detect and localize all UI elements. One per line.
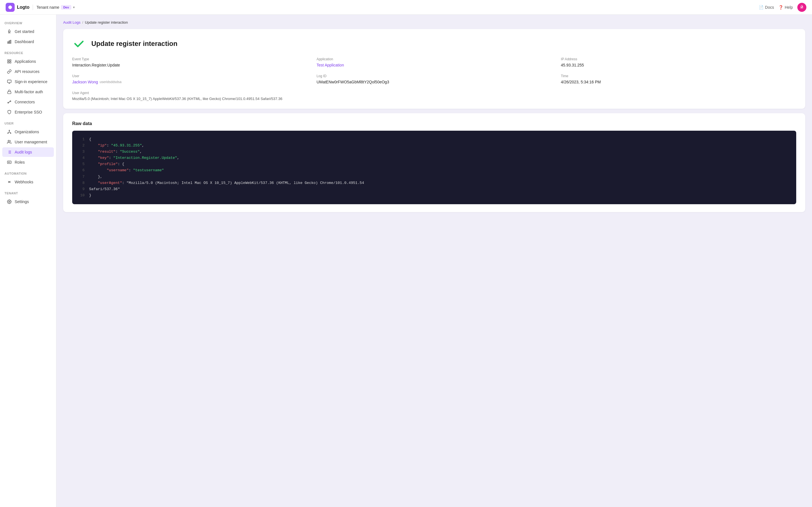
event-type-field: Event type Interaction.Register.Update — [72, 57, 308, 67]
application-value[interactable]: Test Application — [317, 63, 552, 67]
svg-point-12 — [8, 133, 8, 133]
code-line: 10} — [79, 192, 790, 199]
code-line: 9Safari/537.36" — [79, 186, 790, 192]
line-content: Safari/537.36" — [89, 186, 120, 192]
application-label: Application — [317, 57, 552, 61]
user-name[interactable]: Jackson Wong — [72, 80, 98, 84]
sidebar-item-label: Settings — [15, 200, 49, 204]
svg-line-15 — [8, 132, 9, 133]
line-number: 4 — [79, 155, 85, 161]
sidebar: OVERVIEW Get started Dashboard RESOURCE … — [0, 15, 56, 507]
line-number: 5 — [79, 161, 85, 167]
topbar-right: 📄 Docs ❓ Help Й — [759, 3, 806, 12]
sidebar-item-settings[interactable]: Settings — [2, 197, 54, 207]
sidebar-item-roles[interactable]: Roles — [2, 158, 54, 167]
user-avatar[interactable]: Й — [797, 3, 806, 12]
user-id: useridsddsdsa — [100, 80, 121, 84]
line-number: 6 — [79, 167, 85, 173]
topbar-divider — [33, 4, 33, 10]
line-content: "profile": { — [89, 161, 124, 167]
svg-rect-6 — [10, 62, 11, 63]
user-agent-field: User agent Mozilla/5.0 (Macintosh; Intel… — [72, 91, 796, 101]
help-button[interactable]: ❓ Help — [778, 5, 793, 10]
sidebar-item-user-management[interactable]: User management — [2, 137, 54, 147]
success-check-icon — [72, 37, 86, 50]
docs-button[interactable]: 📄 Docs — [759, 5, 774, 10]
sidebar-item-get-started[interactable]: Get started — [2, 27, 54, 36]
tenant-name: Tenant name — [36, 5, 59, 10]
user-value: Jackson Wong useridsddsdsa — [72, 80, 308, 84]
bar-chart-icon — [7, 39, 12, 44]
breadcrumb: Audit Logs / Update register interaction — [63, 20, 805, 24]
log-id-label: Log ID — [317, 74, 552, 78]
sidebar-item-label: Audit logs — [15, 150, 49, 154]
breadcrumb-parent-link[interactable]: Audit Logs — [63, 20, 80, 24]
log-id-value: UMatENw0rFWO5aGbMl8tY2Qol50eOg3 — [317, 80, 552, 84]
tenant-selector[interactable]: Tenant name Dev ▾ — [36, 5, 74, 10]
svg-rect-1 — [9, 41, 10, 43]
docs-icon: 📄 — [759, 5, 763, 10]
sidebar-item-label: API resources — [15, 69, 49, 74]
sidebar-item-label: Multi-factor auth — [15, 90, 49, 94]
sidebar-item-sign-in-experience[interactable]: Sign-in experience — [2, 77, 54, 87]
code-line: 4 "key": "Interaction.Register.Update", — [79, 155, 790, 161]
line-number: 9 — [79, 186, 85, 192]
breadcrumb-separator: / — [82, 20, 83, 24]
time-value: 4/26/2023, 5:34:16 PM — [561, 80, 796, 84]
code-line: 7 }, — [79, 174, 790, 180]
sidebar-item-label: Organizations — [15, 129, 49, 134]
svg-rect-10 — [8, 92, 11, 94]
line-content: { — [89, 136, 91, 143]
sidebar-item-applications[interactable]: Applications — [2, 57, 54, 66]
code-block: 1{2 "ip": "45.93.31.255",3 "result": "Su… — [72, 131, 796, 204]
lock-icon — [7, 89, 12, 94]
sidebar-item-organizations[interactable]: Organizations — [2, 127, 54, 136]
sidebar-item-audit-logs[interactable]: Audit logs — [2, 147, 54, 157]
line-number: 3 — [79, 149, 85, 155]
gear-icon — [7, 199, 12, 204]
org-icon — [7, 129, 12, 134]
shield-icon — [7, 110, 12, 115]
detail-grid: Event type Interaction.Register.Update A… — [72, 57, 796, 101]
time-label: Time — [561, 74, 796, 78]
webhook-icon — [7, 179, 12, 184]
detail-card: Update register interaction Event type I… — [63, 29, 805, 109]
line-content: "ip": "45.93.31.255", — [89, 143, 144, 149]
log-id-field: Log ID UMatENw0rFWO5aGbMl8tY2Qol50eOg3 — [317, 74, 552, 84]
code-line: 5 "profile": { — [79, 161, 790, 167]
main-content: Audit Logs / Update register interaction… — [56, 15, 812, 507]
user-field: User Jackson Wong useridsddsdsa — [72, 74, 308, 84]
breadcrumb-current: Update register interaction — [85, 20, 128, 24]
svg-rect-3 — [8, 60, 9, 61]
sidebar-section-resource: RESOURCE — [0, 47, 56, 56]
line-content: } — [89, 192, 91, 199]
sidebar-item-enterprise-sso[interactable]: Enterprise SSO — [2, 107, 54, 117]
sidebar-item-label: Applications — [15, 59, 49, 64]
line-content: "result": "Success", — [89, 149, 142, 155]
ip-address-label: IP address — [561, 57, 796, 61]
sidebar-item-label: Webhooks — [15, 180, 49, 184]
line-number: 8 — [79, 180, 85, 186]
sidebar-item-api-resources[interactable]: API resources — [2, 67, 54, 76]
svg-point-11 — [9, 130, 10, 131]
detail-title: Update register interaction — [91, 40, 177, 48]
sidebar-item-dashboard[interactable]: Dashboard — [2, 37, 54, 47]
sidebar-item-label: Roles — [15, 160, 49, 165]
topbar: Logto Tenant name Dev ▾ 📄 Docs ❓ Help Й — [0, 0, 812, 15]
sidebar-item-webhooks[interactable]: Webhooks — [2, 177, 54, 187]
list-icon — [7, 150, 12, 155]
ip-address-value: 45.93.31.255 — [561, 63, 796, 67]
user-agent-value: Mozilla/5.0 (Macintosh; Intel Mac OS X 1… — [72, 97, 796, 101]
chevron-down-icon: ▾ — [73, 5, 75, 9]
grid-icon — [7, 59, 12, 64]
svg-line-16 — [9, 132, 11, 133]
users-icon — [7, 139, 12, 145]
logo-area: Logto — [6, 3, 29, 12]
sidebar-section-user: USER — [0, 117, 56, 127]
sidebar-item-connectors[interactable]: Connectors — [2, 97, 54, 107]
sidebar-item-multi-factor-auth[interactable]: Multi-factor auth — [2, 87, 54, 97]
line-number: 7 — [79, 174, 85, 180]
detail-header: Update register interaction — [72, 37, 796, 50]
code-line: 1{ — [79, 136, 790, 143]
user-agent-label: User agent — [72, 91, 796, 95]
